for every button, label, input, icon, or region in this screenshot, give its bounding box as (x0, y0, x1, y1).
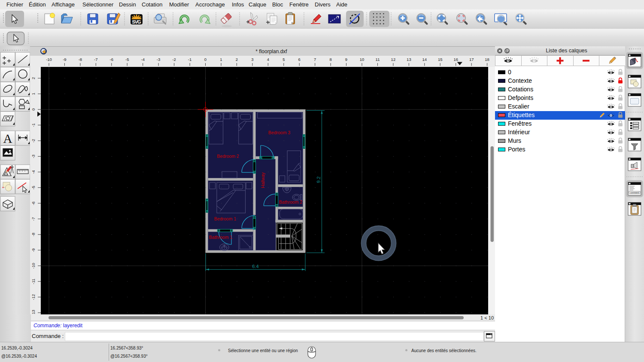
svg-text:Bathroom 2: Bathroom 2 (279, 199, 302, 205)
svg-text:-5: -5 (125, 57, 129, 62)
svg-text:-2: -2 (31, 139, 36, 142)
svg-text:1: 1 (31, 93, 36, 95)
svg-text:-1: -1 (188, 57, 191, 62)
svg-text:-7: -7 (31, 217, 36, 220)
svg-text:9: 9 (345, 57, 347, 62)
svg-text:0: 0 (31, 109, 36, 111)
svg-text:12: 12 (391, 57, 396, 62)
svg-text:-9: -9 (31, 248, 36, 252)
svg-text:4: 4 (267, 57, 269, 62)
svg-text:17: 17 (469, 57, 474, 62)
svg-text:0: 0 (204, 57, 207, 62)
svg-text:13: 13 (407, 57, 411, 62)
svg-text:Bathroom 1: Bathroom 1 (209, 235, 232, 240)
svg-text:7: 7 (314, 57, 316, 62)
svg-text:3: 3 (251, 57, 253, 62)
svg-text:16: 16 (453, 57, 458, 62)
svg-text:-3: -3 (157, 57, 160, 62)
svg-text:6.4: 6.4 (252, 264, 258, 269)
svg-text:15: 15 (438, 57, 443, 62)
svg-text:Bedroom 2: Bedroom 2 (217, 154, 239, 159)
svg-text:-2: -2 (172, 57, 176, 62)
svg-text:-5: -5 (31, 186, 36, 189)
svg-text:2: 2 (31, 77, 36, 79)
svg-text:A: A (3, 132, 12, 145)
svg-text:-6: -6 (31, 202, 36, 205)
svg-text:-4: -4 (31, 170, 36, 174)
svg-text:Bedroom 3: Bedroom 3 (268, 130, 291, 135)
svg-text:11: 11 (376, 57, 380, 62)
svg-text:-8: -8 (79, 57, 82, 62)
svg-text:-10: -10 (46, 57, 52, 62)
svg-text:9.2: 9.2 (316, 176, 321, 183)
svg-text:-8: -8 (31, 233, 36, 236)
svg-text:-3: -3 (31, 154, 36, 158)
svg-text:-12: -12 (31, 294, 36, 300)
svg-text:-6: -6 (110, 57, 113, 62)
svg-text:1 < 10: 1 < 10 (480, 315, 494, 320)
svg-text:-10: -10 (31, 263, 36, 269)
svg-text:10: 10 (360, 57, 365, 62)
svg-text:8: 8 (329, 57, 331, 62)
svg-text:-9: -9 (63, 57, 66, 62)
svg-text:-11: -11 (31, 279, 36, 284)
svg-text:2: 2 (236, 57, 238, 62)
svg-text:-7: -7 (94, 57, 97, 62)
svg-text:-13: -13 (31, 310, 36, 314)
svg-text:-4: -4 (141, 57, 144, 62)
svg-text:command: command (630, 192, 639, 194)
svg-text:14: 14 (422, 57, 427, 62)
svg-text:6: 6 (298, 57, 301, 62)
svg-text:Hallway: Hallway (260, 172, 265, 188)
svg-text:1: 1 (220, 57, 222, 62)
svg-text:18: 18 (485, 57, 489, 62)
svg-text:SVG: SVG (132, 19, 141, 24)
svg-text:-1: -1 (31, 123, 36, 127)
svg-text:5: 5 (283, 57, 285, 62)
svg-text:Bedroom 1: Bedroom 1 (214, 216, 237, 221)
